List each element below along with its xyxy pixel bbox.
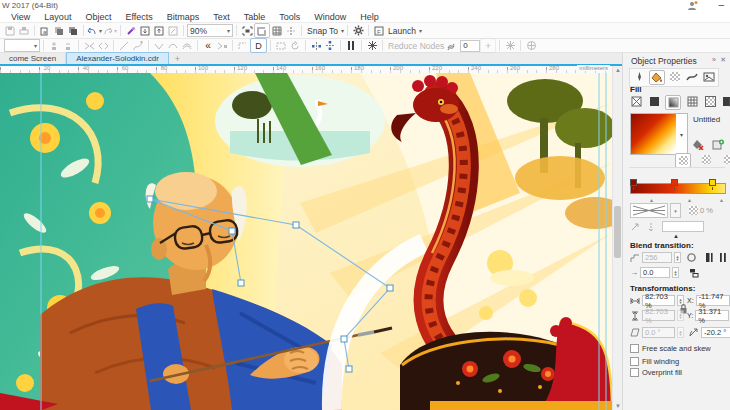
node-color-dropdown[interactable]: ▾ <box>670 203 681 218</box>
menu-help[interactable]: Help <box>353 12 386 22</box>
effect-tab-icon[interactable] <box>685 70 699 83</box>
drawing-canvas[interactable] <box>0 73 612 410</box>
application-launcher-icon[interactable]: F <box>372 24 386 37</box>
gradient-stop-bar[interactable]: ▲ ▲ ▲ <box>630 183 726 194</box>
smoothness-slider-icon[interactable]: + <box>480 38 496 53</box>
new-tab-button[interactable]: + <box>169 54 186 64</box>
gradient-stop-2[interactable] <box>671 179 678 186</box>
snap-to-dropdown[interactable]: Snap To▾ <box>305 24 344 37</box>
y-offset-input[interactable]: 31.371 % <box>695 310 729 321</box>
fill-tab-icon[interactable] <box>649 70 665 85</box>
blend-steps-input[interactable]: 256 <box>642 252 672 263</box>
select-all-icon[interactable] <box>503 39 517 52</box>
edit-fill-icon[interactable] <box>691 138 705 151</box>
menu-view[interactable]: View <box>4 12 37 22</box>
gradient-stop-3[interactable] <box>709 179 716 186</box>
menu-effects[interactable]: Effects <box>118 12 159 22</box>
blend-smooth-icon[interactable] <box>686 252 697 263</box>
gradient-midpoint-3[interactable]: ▲ <box>719 197 724 203</box>
menu-layout[interactable]: Layout <box>37 12 78 22</box>
show-grid-icon[interactable] <box>270 24 284 37</box>
convert-to-curve-icon[interactable] <box>131 39 145 52</box>
node-transparency-value[interactable]: 0 % <box>700 206 713 215</box>
copy-icon[interactable] <box>52 24 66 37</box>
save-icon[interactable] <box>3 24 17 37</box>
stretch-nodes-icon[interactable] <box>274 39 288 52</box>
menu-table[interactable]: Table <box>237 12 273 22</box>
undo-icon[interactable]: ▾ <box>87 24 102 37</box>
elastic-mode-icon[interactable] <box>344 39 358 52</box>
docker-collapse-icon[interactable]: » <box>712 56 716 63</box>
overprint-fill-checkbox[interactable]: Overprint fill <box>630 368 682 377</box>
postscript-fill-icon[interactable] <box>721 95 730 108</box>
save-fill-icon[interactable] <box>711 138 725 151</box>
menu-object[interactable]: Object <box>78 12 118 22</box>
section-collapse-icon[interactable]: ▲ <box>673 233 679 239</box>
blend-direction-icon[interactable] <box>705 252 714 263</box>
show-rulers-icon[interactable] <box>254 23 270 38</box>
delete-node-icon[interactable] <box>61 39 75 52</box>
zoom-level-combo[interactable]: 90%▾ <box>187 24 233 37</box>
convert-to-line-icon[interactable] <box>117 39 131 52</box>
frame-tab-icon[interactable] <box>702 70 716 83</box>
node-color-picker[interactable] <box>630 203 668 218</box>
outline-tab-icon[interactable] <box>632 70 646 83</box>
menu-text[interactable]: Text <box>206 12 237 22</box>
reflect-vertical-icon[interactable] <box>323 39 337 52</box>
join-nodes-icon[interactable] <box>82 39 96 52</box>
symmetrical-node-icon[interactable] <box>180 39 194 52</box>
blend-edgepad-stepper[interactable]: ▲▼ <box>672 267 679 278</box>
publish-pdf-icon[interactable] <box>166 24 180 37</box>
blend-order-icon[interactable] <box>689 268 700 278</box>
curve-smoothness-input[interactable]: 0 <box>460 40 480 52</box>
reduce-nodes-label[interactable]: Reduce Nodes <box>388 41 444 51</box>
import-icon[interactable] <box>138 24 152 37</box>
canvas-vertical-scrollbar[interactable]: ▲ ▼ <box>612 66 622 410</box>
scale-x-input[interactable]: 82.703 % <box>642 295 675 306</box>
launch-dropdown[interactable]: Launch▾ <box>386 24 422 37</box>
search-content-icon[interactable] <box>124 24 138 37</box>
paste-icon[interactable] <box>66 24 80 37</box>
show-guidelines-icon[interactable] <box>284 24 298 37</box>
menu-window[interactable]: Window <box>307 12 353 22</box>
blend-direction2-icon[interactable] <box>719 252 727 263</box>
blend-edgepad-input[interactable]: 0.0 <box>640 267 670 278</box>
break-curve-icon[interactable] <box>96 39 110 52</box>
selection-mode-combo[interactable]: ▾ <box>4 39 40 52</box>
menu-bitmaps[interactable]: Bitmaps <box>160 12 207 22</box>
print-icon[interactable] <box>17 24 31 37</box>
tab-welcome-screen[interactable]: come Screen <box>0 53 66 64</box>
docker-close-icon[interactable]: ✕ <box>720 56 726 64</box>
reflect-horizontal-icon[interactable] <box>309 39 323 52</box>
select-all-nodes-icon[interactable] <box>365 39 379 52</box>
uniform-fill-icon[interactable] <box>647 95 661 108</box>
add-node-icon[interactable] <box>47 39 61 52</box>
texture-fill-icon[interactable] <box>703 95 717 108</box>
extend-curve-icon[interactable] <box>236 39 250 52</box>
cut-icon[interactable]: a <box>38 24 52 37</box>
redo-icon[interactable]: ▾ <box>102 24 117 37</box>
no-fill-icon[interactable] <box>629 95 643 108</box>
blend-steps-stepper[interactable]: ▲▼ <box>674 252 681 263</box>
rotate-input[interactable]: -20.2 ° <box>701 327 730 338</box>
scale-y-input[interactable]: 82.703 % <box>642 310 675 321</box>
transparency-tab-icon[interactable] <box>668 70 682 83</box>
smooth-node-icon[interactable] <box>166 39 180 52</box>
skew-input[interactable]: 0.0 ° <box>642 327 675 338</box>
fountain-fill-icon[interactable] <box>665 95 681 110</box>
cusp-node-icon[interactable] <box>152 39 166 52</box>
wrap-mirror-icon[interactable] <box>721 153 730 166</box>
rotate-nodes-icon[interactable] <box>288 39 302 52</box>
gradient-stop-1[interactable] <box>630 179 637 186</box>
fullscreen-preview-icon[interactable] <box>240 24 254 37</box>
fill-winding-checkbox[interactable]: Fill winding <box>630 357 679 366</box>
fill-picker-dropdown[interactable]: ▾ <box>676 113 688 155</box>
wrap-default-icon[interactable] <box>675 153 691 168</box>
minimize-button[interactable]: – <box>718 0 724 10</box>
scrollbar-thumb[interactable] <box>614 206 621 258</box>
tab-alexander-solodkin[interactable]: Alexander-Solodkin.cdr <box>66 52 169 64</box>
export-icon[interactable] <box>152 24 166 37</box>
pattern-fill-icon[interactable] <box>685 95 699 108</box>
fill-preview-swatch[interactable] <box>630 113 678 155</box>
extract-subpath-icon[interactable] <box>215 39 229 52</box>
